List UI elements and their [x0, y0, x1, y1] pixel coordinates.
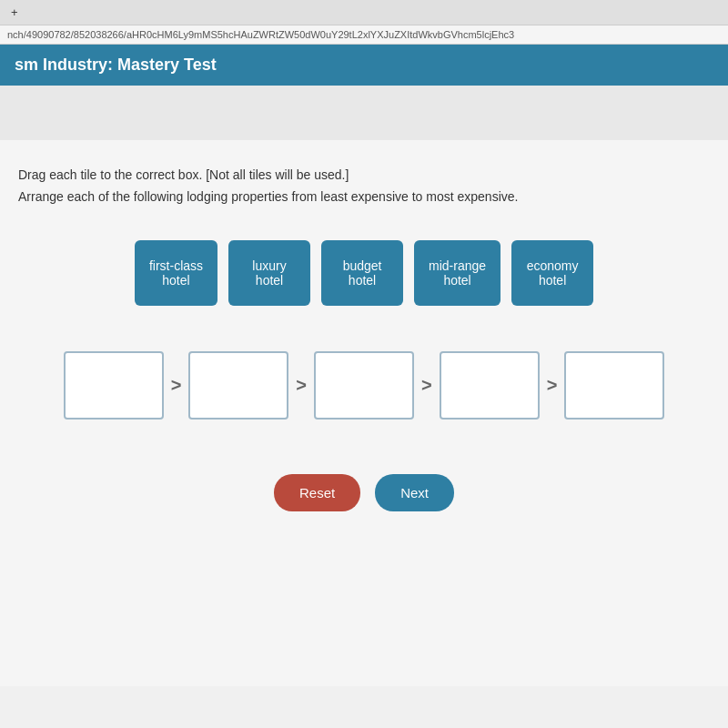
- url-bar: nch/49090782/852038266/aHR0cHM6Ly9mMS5hc…: [0, 25, 728, 45]
- separator-3: >: [421, 375, 432, 396]
- tile-budget[interactable]: budgethotel: [321, 240, 403, 306]
- tab-plus-icon[interactable]: +: [11, 5, 18, 19]
- reset-button[interactable]: Reset: [274, 474, 360, 511]
- drop-box-2[interactable]: [188, 351, 288, 420]
- button-row: Reset Next: [18, 474, 710, 511]
- next-button[interactable]: Next: [375, 474, 454, 511]
- tile-economy[interactable]: economyhotel: [511, 240, 593, 306]
- page-header: sm Industry: Mastery Test: [0, 45, 728, 86]
- separator-2: >: [296, 375, 307, 396]
- drop-box-3[interactable]: [314, 351, 414, 420]
- drop-box-5[interactable]: [564, 351, 664, 420]
- tile-first-class[interactable]: first-classhotel: [135, 240, 217, 306]
- page-title: sm Industry: Mastery Test: [15, 56, 217, 74]
- tile-mid-range[interactable]: mid-rangehotel: [414, 240, 500, 306]
- drop-zone-container: > > > >: [18, 351, 710, 420]
- instruction-line2: Arrange each of the following lodging pr…: [18, 189, 710, 204]
- drop-box-1[interactable]: [64, 351, 164, 420]
- drop-box-4[interactable]: [440, 351, 540, 420]
- separator-4: >: [547, 375, 558, 396]
- top-band: [0, 86, 728, 140]
- tiles-container: first-classhotel luxuryhotel budgethotel…: [18, 240, 710, 306]
- content-area: Drag each tile to the correct box. [Not …: [0, 140, 728, 686]
- url-text: nch/49090782/852038266/aHR0cHM6Ly9mMS5hc…: [7, 29, 514, 40]
- tile-luxury[interactable]: luxuryhotel: [228, 240, 310, 306]
- browser-tab: +: [0, 0, 728, 25]
- separator-1: >: [171, 375, 182, 396]
- instruction-line1: Drag each tile to the correct box. [Not …: [18, 167, 710, 182]
